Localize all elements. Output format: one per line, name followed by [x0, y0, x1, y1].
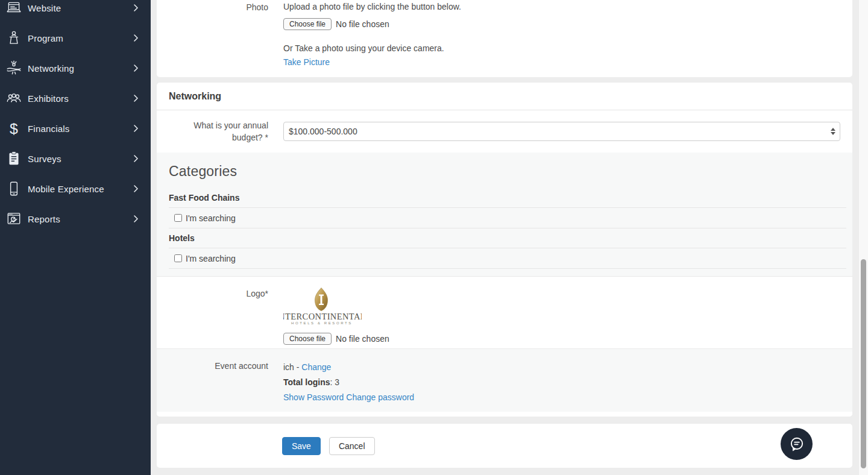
- sidebar-item-label: Website: [28, 3, 129, 13]
- financials-icon: $: [5, 119, 23, 137]
- sidebar: Website Program Networking: [0, 0, 151, 475]
- logo-brand-subtitle: HOTELS & RESORTS: [291, 321, 353, 325]
- account-username: ich: [283, 362, 294, 372]
- networking-icon: [5, 59, 23, 77]
- im-searching-label[interactable]: I'm searching: [186, 254, 236, 263]
- take-picture-link[interactable]: Take Picture: [283, 57, 330, 67]
- chevron-right-icon: [129, 1, 142, 14]
- exhibitors-icon: [5, 89, 23, 107]
- photo-label: Photo: [169, 1, 268, 67]
- chevron-right-icon: [129, 152, 142, 165]
- sidebar-item-label: Exhibitors: [28, 93, 129, 104]
- logo-no-file-text: No file chosen: [336, 334, 389, 344]
- photo-choose-file-button[interactable]: Choose file: [283, 18, 332, 30]
- account-username-line: ich - Change: [283, 360, 840, 375]
- photo-file-input: Choose file No file chosen: [283, 18, 840, 30]
- intercontinental-logo: INTERCONTINENTAL. HOTELS & RESORTS: [283, 288, 362, 325]
- sidebar-item-label: Mobile Experience: [28, 184, 129, 194]
- photo-value: Upload a photo file by clicking the butt…: [283, 1, 846, 67]
- networking-card: Networking What is your annual budget? *…: [157, 83, 852, 417]
- mobile-icon: [5, 180, 23, 198]
- budget-select-wrap: $100.000-500.000: [283, 122, 840, 141]
- logo-file-input: Choose file No file chosen: [283, 333, 840, 345]
- page-scrollbar-thumb[interactable]: [861, 259, 866, 468]
- total-logins-value: : 3: [330, 377, 340, 387]
- budget-label: What is your annual budget? *: [169, 119, 268, 143]
- im-searching-label[interactable]: I'm searching: [186, 213, 236, 223]
- sidebar-item-label: Program: [28, 33, 129, 43]
- cancel-button[interactable]: Cancel: [329, 437, 375, 455]
- categories-title: Categories: [169, 163, 846, 180]
- sidebar-item-website[interactable]: Website: [0, 0, 151, 23]
- logo-brand-name: INTERCONTINENTAL.: [283, 312, 362, 321]
- sidebar-item-label: Surveys: [28, 154, 129, 164]
- event-account-label: Event account: [169, 360, 268, 412]
- sidebar-item-reports[interactable]: Reports: [0, 204, 151, 234]
- chevron-right-icon: [129, 122, 142, 135]
- logo-label: Logo*: [169, 288, 268, 348]
- surveys-icon: [5, 149, 23, 168]
- website-icon: [5, 0, 23, 17]
- password-links-line: Show Password Change password: [283, 390, 840, 405]
- im-searching-checkbox[interactable]: [174, 214, 182, 222]
- change-account-link[interactable]: Change: [301, 362, 331, 372]
- photo-camera-instruction: Or Take a photo using your device camera…: [283, 43, 840, 54]
- app-screen: Website Program Networking: [0, 0, 868, 475]
- sidebar-item-financials[interactable]: $ Financials: [0, 113, 151, 143]
- category-name-fast-food-chains: Fast Food Chains: [169, 188, 846, 208]
- save-button[interactable]: Save: [282, 437, 321, 455]
- sidebar-item-networking[interactable]: Networking: [0, 53, 151, 83]
- svg-text:$: $: [10, 121, 18, 137]
- chevron-right-icon: [129, 182, 142, 195]
- chat-support-button[interactable]: [781, 428, 813, 460]
- actions-bar: Save Cancel: [157, 424, 852, 468]
- photo-card: Photo Upload a photo file by clicking th…: [157, 0, 852, 77]
- category-checkbox-row: I'm searching: [169, 248, 846, 269]
- category-name-hotels: Hotels: [169, 228, 846, 248]
- program-icon: [5, 29, 23, 47]
- chevron-right-icon: [129, 212, 142, 225]
- chevron-right-icon: [129, 92, 142, 105]
- change-password-link[interactable]: Change password: [346, 392, 414, 402]
- sidebar-item-surveys[interactable]: Surveys: [0, 143, 151, 174]
- sidebar-item-label: Reports: [28, 214, 129, 224]
- networking-title: Networking: [169, 91, 221, 102]
- total-logins-label: Total logins: [283, 377, 330, 387]
- event-account-row: Event account ich - Change Total logins:…: [157, 348, 852, 412]
- chat-bubble-icon: [788, 435, 806, 453]
- show-password-link[interactable]: Show Password: [283, 392, 344, 402]
- chevron-right-icon: [129, 31, 142, 45]
- sidebar-item-exhibitors[interactable]: Exhibitors: [0, 83, 151, 113]
- photo-upload-instruction: Upload a photo file by clicking the butt…: [283, 1, 840, 13]
- networking-section-header: Networking: [157, 83, 852, 110]
- budget-select[interactable]: $100.000-500.000: [283, 122, 840, 141]
- category-checkbox-row: I'm searching: [169, 208, 846, 228]
- logo-row: Logo* INTERCONTINENTAL. HOT: [157, 277, 852, 348]
- total-logins-line: Total logins: 3: [283, 375, 840, 390]
- photo-no-file-text: No file chosen: [336, 19, 389, 29]
- page-scrollbar-track[interactable]: [858, 0, 868, 475]
- sidebar-item-label: Networking: [28, 63, 129, 74]
- sidebar-item-label: Financials: [28, 124, 129, 134]
- chevron-right-icon: [129, 61, 142, 75]
- card-bottom-padding: [157, 412, 852, 417]
- sidebar-nav-list: Website Program Networking: [0, 0, 151, 234]
- sidebar-item-mobile-experience[interactable]: Mobile Experience: [0, 174, 151, 204]
- account-separator: -: [297, 362, 300, 372]
- logo-choose-file-button[interactable]: Choose file: [283, 333, 332, 345]
- budget-row: What is your annual budget? * $100.000-5…: [157, 110, 852, 153]
- photo-row: Photo Upload a photo file by clicking th…: [169, 1, 846, 67]
- im-searching-checkbox[interactable]: [174, 254, 182, 262]
- sidebar-item-program[interactable]: Program: [0, 23, 151, 53]
- categories-section: Categories Fast Food Chains I'm searchin…: [157, 153, 852, 277]
- reports-icon: [5, 210, 23, 228]
